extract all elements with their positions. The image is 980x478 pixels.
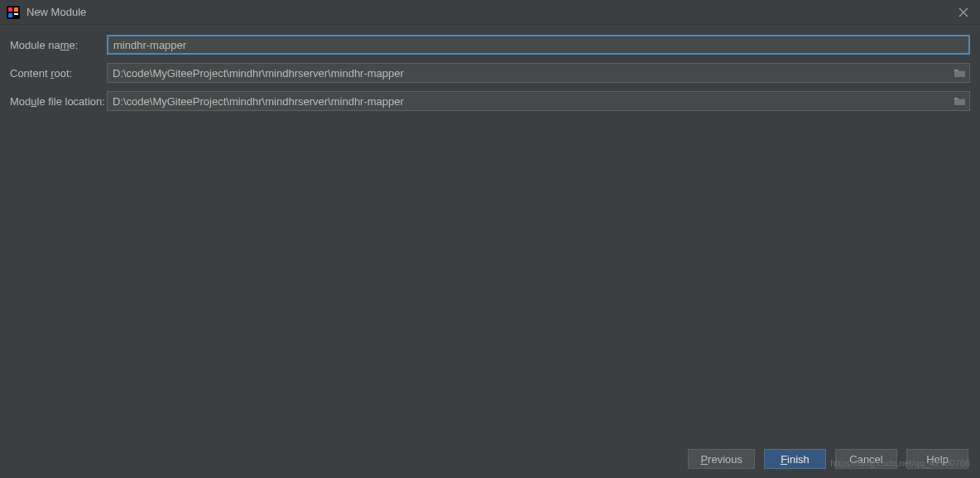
input-wrapper bbox=[107, 63, 970, 83]
finish-button[interactable]: Finish bbox=[764, 449, 826, 469]
form-content: Module name: Content root: Module file l… bbox=[0, 25, 980, 129]
button-mnemonic: F bbox=[781, 453, 787, 466]
svg-rect-2 bbox=[14, 7, 18, 12]
button-text: inish bbox=[787, 453, 809, 466]
app-icon bbox=[7, 6, 20, 19]
button-bar: Previous Finish Cancel Help bbox=[688, 449, 968, 469]
svg-rect-3 bbox=[8, 13, 12, 17]
cancel-button[interactable]: Cancel bbox=[835, 449, 897, 469]
label-text: oot: bbox=[55, 67, 73, 80]
module-name-input[interactable] bbox=[107, 35, 970, 55]
label-text: Mod bbox=[10, 95, 31, 108]
content-root-row: Content root: bbox=[10, 63, 970, 83]
help-button[interactable]: Help bbox=[906, 449, 968, 469]
content-root-label: Content root: bbox=[10, 67, 107, 80]
label-text: Content bbox=[10, 67, 50, 80]
svg-rect-4 bbox=[14, 13, 18, 15]
dialog-title: New Module bbox=[26, 6, 954, 18]
module-file-location-input[interactable] bbox=[107, 91, 970, 111]
label-text: Module na bbox=[10, 39, 60, 51]
label-mnemonic: m bbox=[60, 39, 70, 51]
module-name-label: Module name: bbox=[10, 39, 107, 51]
svg-rect-1 bbox=[8, 7, 12, 12]
label-text: e: bbox=[70, 39, 79, 51]
button-text: revious bbox=[708, 453, 742, 466]
previous-button[interactable]: Previous bbox=[688, 449, 755, 469]
folder-icon[interactable] bbox=[953, 67, 966, 79]
module-file-location-row: Module file location: bbox=[10, 91, 970, 111]
button-mnemonic: P bbox=[700, 453, 708, 466]
module-file-location-label: Module file location: bbox=[10, 95, 107, 108]
folder-icon[interactable] bbox=[953, 95, 966, 107]
label-text: le file location: bbox=[37, 95, 105, 108]
titlebar: New Module bbox=[0, 0, 980, 25]
input-wrapper bbox=[107, 91, 970, 111]
input-wrapper bbox=[107, 35, 970, 55]
module-name-row: Module name: bbox=[10, 35, 970, 55]
close-button[interactable] bbox=[954, 2, 973, 22]
label-mnemonic: u bbox=[31, 95, 36, 108]
content-root-input[interactable] bbox=[107, 63, 970, 83]
